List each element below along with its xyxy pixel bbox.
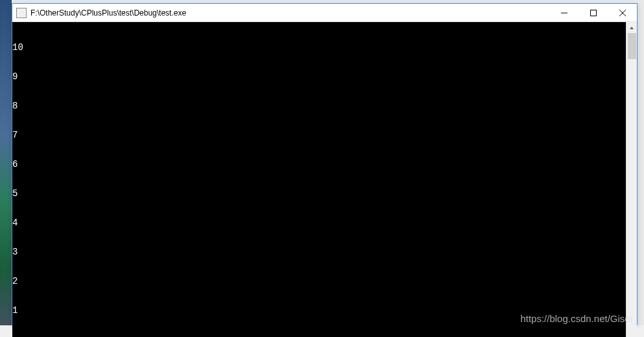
console-line: 7 <box>12 131 626 140</box>
vertical-scrollbar[interactable] <box>626 22 637 337</box>
console-line: 4 <box>12 218 626 228</box>
console-line: 3 <box>12 247 626 257</box>
scroll-thumb[interactable] <box>628 33 636 59</box>
console-line: 5 <box>12 189 626 199</box>
scroll-up-button[interactable] <box>626 22 637 33</box>
console-window: F:\OtherStudy\CPlusPlus\test\Debug\test.… <box>12 3 638 325</box>
console-line: 2 <box>12 277 626 286</box>
svg-rect-1 <box>590 10 596 16</box>
minimize-button[interactable] <box>549 4 578 22</box>
console-line: 10 <box>12 43 626 53</box>
console-output[interactable]: 10 9 8 7 6 5 4 3 2 1 <box>12 22 626 337</box>
console-line: 6 <box>12 160 626 169</box>
window-title: F:\OtherStudy\CPlusPlus\test\Debug\test.… <box>30 8 549 18</box>
close-button[interactable] <box>608 4 637 22</box>
maximize-button[interactable] <box>578 4 608 22</box>
app-icon <box>16 8 27 18</box>
svg-marker-4 <box>630 27 634 29</box>
window-controls <box>549 4 637 21</box>
console-line: 8 <box>12 101 626 111</box>
console-line: 9 <box>12 72 626 82</box>
console-line: 1 <box>12 306 626 316</box>
scroll-track[interactable] <box>626 33 637 337</box>
console-area: 10 9 8 7 6 5 4 3 2 1 <box>12 22 637 337</box>
desktop-background-left <box>0 0 12 337</box>
titlebar[interactable]: F:\OtherStudy\CPlusPlus\test\Debug\test.… <box>12 4 637 22</box>
